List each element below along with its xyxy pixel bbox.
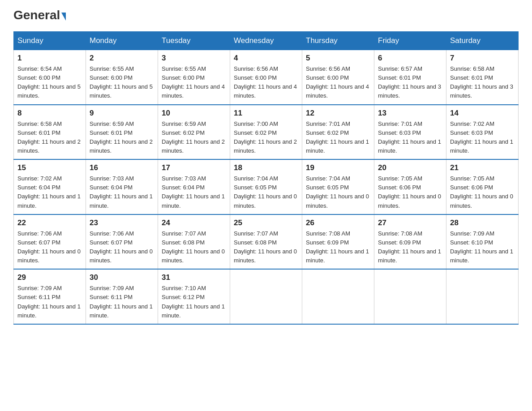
day-number: 3 <box>162 54 226 63</box>
day-number: 14 <box>450 109 515 118</box>
day-cell-20: 20Sunrise: 7:05 AMSunset: 6:06 PMDayligh… <box>374 159 446 214</box>
day-number: 25 <box>234 218 298 227</box>
header-thursday: Thursday <box>302 32 374 50</box>
day-info: Sunrise: 7:06 AMSunset: 6:07 PMDaylight:… <box>17 229 82 265</box>
day-cell-8: 8Sunrise: 6:58 AMSunset: 6:01 PMDaylight… <box>14 105 86 160</box>
day-cell-12: 12Sunrise: 7:01 AMSunset: 6:02 PMDayligh… <box>302 105 374 160</box>
day-info: Sunrise: 6:59 AMSunset: 6:01 PMDaylight:… <box>90 120 154 156</box>
day-info: Sunrise: 6:58 AMSunset: 6:01 PMDaylight:… <box>17 120 82 156</box>
day-number: 17 <box>162 163 226 172</box>
header-sunday: Sunday <box>14 32 86 50</box>
header-saturday: Saturday <box>446 32 519 50</box>
header-monday: Monday <box>86 32 158 50</box>
day-info: Sunrise: 6:56 AMSunset: 6:00 PMDaylight:… <box>306 64 370 101</box>
logo-triangle-icon <box>61 13 66 21</box>
day-info: Sunrise: 7:09 AMSunset: 6:11 PMDaylight:… <box>90 284 154 320</box>
day-cell-15: 15Sunrise: 7:02 AMSunset: 6:04 PMDayligh… <box>14 159 86 214</box>
day-number: 31 <box>162 273 226 282</box>
day-cell-4: 4Sunrise: 6:56 AMSunset: 6:00 PMDaylight… <box>230 50 302 105</box>
day-info: Sunrise: 7:08 AMSunset: 6:09 PMDaylight:… <box>378 229 442 265</box>
day-cell-14: 14Sunrise: 7:02 AMSunset: 6:03 PMDayligh… <box>446 105 519 160</box>
day-number: 18 <box>234 163 298 172</box>
empty-cell <box>374 269 446 324</box>
day-number: 28 <box>450 218 515 227</box>
day-number: 21 <box>450 163 515 172</box>
day-cell-16: 16Sunrise: 7:03 AMSunset: 6:04 PMDayligh… <box>86 159 158 214</box>
day-info: Sunrise: 7:01 AMSunset: 6:03 PMDaylight:… <box>378 120 442 156</box>
day-cell-26: 26Sunrise: 7:08 AMSunset: 6:09 PMDayligh… <box>302 214 374 270</box>
day-info: Sunrise: 7:03 AMSunset: 6:04 PMDaylight:… <box>90 174 154 210</box>
day-cell-1: 1Sunrise: 6:54 AMSunset: 6:00 PMDaylight… <box>14 50 86 105</box>
day-number: 22 <box>17 218 82 227</box>
day-number: 30 <box>90 273 154 282</box>
week-row-4: 22Sunrise: 7:06 AMSunset: 6:07 PMDayligh… <box>14 214 519 270</box>
day-number: 13 <box>378 109 442 118</box>
day-info: Sunrise: 7:09 AMSunset: 6:11 PMDaylight:… <box>17 284 82 320</box>
day-info: Sunrise: 6:57 AMSunset: 6:01 PMDaylight:… <box>378 64 442 101</box>
day-info: Sunrise: 7:05 AMSunset: 6:06 PMDaylight:… <box>450 174 515 210</box>
calendar-table: SundayMondayTuesdayWednesdayThursdayFrid… <box>13 31 519 325</box>
day-cell-24: 24Sunrise: 7:07 AMSunset: 6:08 PMDayligh… <box>158 214 230 270</box>
day-cell-31: 31Sunrise: 7:10 AMSunset: 6:12 PMDayligh… <box>158 269 230 324</box>
logo: General <box>13 9 66 22</box>
header-friday: Friday <box>374 32 446 50</box>
day-cell-13: 13Sunrise: 7:01 AMSunset: 6:03 PMDayligh… <box>374 105 446 160</box>
empty-cell <box>302 269 374 324</box>
day-cell-2: 2Sunrise: 6:55 AMSunset: 6:00 PMDaylight… <box>86 50 158 105</box>
day-cell-19: 19Sunrise: 7:04 AMSunset: 6:05 PMDayligh… <box>302 159 374 214</box>
day-info: Sunrise: 7:00 AMSunset: 6:02 PMDaylight:… <box>234 120 298 156</box>
day-number: 9 <box>90 109 154 118</box>
week-row-3: 15Sunrise: 7:02 AMSunset: 6:04 PMDayligh… <box>14 159 519 214</box>
day-cell-23: 23Sunrise: 7:06 AMSunset: 6:07 PMDayligh… <box>86 214 158 270</box>
day-info: Sunrise: 7:10 AMSunset: 6:12 PMDaylight:… <box>162 284 226 320</box>
day-info: Sunrise: 7:09 AMSunset: 6:10 PMDaylight:… <box>450 229 515 265</box>
week-row-1: 1Sunrise: 6:54 AMSunset: 6:00 PMDaylight… <box>14 50 519 105</box>
day-cell-7: 7Sunrise: 6:58 AMSunset: 6:01 PMDaylight… <box>446 50 519 105</box>
day-info: Sunrise: 6:58 AMSunset: 6:01 PMDaylight:… <box>450 64 515 101</box>
day-number: 20 <box>378 163 442 172</box>
day-info: Sunrise: 7:07 AMSunset: 6:08 PMDaylight:… <box>162 229 226 265</box>
day-cell-29: 29Sunrise: 7:09 AMSunset: 6:11 PMDayligh… <box>14 269 86 324</box>
day-cell-17: 17Sunrise: 7:03 AMSunset: 6:04 PMDayligh… <box>158 159 230 214</box>
day-number: 23 <box>90 218 154 227</box>
day-info: Sunrise: 7:06 AMSunset: 6:07 PMDaylight:… <box>90 229 154 265</box>
day-number: 2 <box>90 54 154 63</box>
day-info: Sunrise: 7:08 AMSunset: 6:09 PMDaylight:… <box>306 229 370 265</box>
header-tuesday: Tuesday <box>158 32 230 50</box>
day-number: 12 <box>306 109 370 118</box>
calendar-header-row: SundayMondayTuesdayWednesdayThursdayFrid… <box>14 32 519 50</box>
day-number: 6 <box>378 54 442 63</box>
day-cell-11: 11Sunrise: 7:00 AMSunset: 6:02 PMDayligh… <box>230 105 302 160</box>
day-cell-30: 30Sunrise: 7:09 AMSunset: 6:11 PMDayligh… <box>86 269 158 324</box>
day-cell-25: 25Sunrise: 7:07 AMSunset: 6:08 PMDayligh… <box>230 214 302 270</box>
day-info: Sunrise: 6:55 AMSunset: 6:00 PMDaylight:… <box>90 64 154 101</box>
day-number: 29 <box>17 273 82 282</box>
day-number: 15 <box>17 163 82 172</box>
day-cell-6: 6Sunrise: 6:57 AMSunset: 6:01 PMDaylight… <box>374 50 446 105</box>
day-cell-22: 22Sunrise: 7:06 AMSunset: 6:07 PMDayligh… <box>14 214 86 270</box>
day-info: Sunrise: 7:04 AMSunset: 6:05 PMDaylight:… <box>234 174 298 210</box>
day-number: 19 <box>306 163 370 172</box>
day-number: 27 <box>378 218 442 227</box>
day-number: 4 <box>234 54 298 63</box>
day-number: 24 <box>162 218 226 227</box>
week-row-5: 29Sunrise: 7:09 AMSunset: 6:11 PMDayligh… <box>14 269 519 324</box>
day-info: Sunrise: 6:59 AMSunset: 6:02 PMDaylight:… <box>162 120 226 156</box>
day-info: Sunrise: 7:04 AMSunset: 6:05 PMDaylight:… <box>306 174 370 210</box>
day-number: 16 <box>90 163 154 172</box>
day-cell-10: 10Sunrise: 6:59 AMSunset: 6:02 PMDayligh… <box>158 105 230 160</box>
day-number: 5 <box>306 54 370 63</box>
empty-cell <box>230 269 302 324</box>
day-cell-9: 9Sunrise: 6:59 AMSunset: 6:01 PMDaylight… <box>86 105 158 160</box>
day-cell-21: 21Sunrise: 7:05 AMSunset: 6:06 PMDayligh… <box>446 159 519 214</box>
week-row-2: 8Sunrise: 6:58 AMSunset: 6:01 PMDaylight… <box>14 105 519 160</box>
day-cell-3: 3Sunrise: 6:55 AMSunset: 6:00 PMDaylight… <box>158 50 230 105</box>
day-info: Sunrise: 7:02 AMSunset: 6:03 PMDaylight:… <box>450 120 515 156</box>
day-info: Sunrise: 7:05 AMSunset: 6:06 PMDaylight:… <box>378 174 442 210</box>
day-cell-27: 27Sunrise: 7:08 AMSunset: 6:09 PMDayligh… <box>374 214 446 270</box>
day-info: Sunrise: 6:56 AMSunset: 6:00 PMDaylight:… <box>234 64 298 101</box>
day-cell-28: 28Sunrise: 7:09 AMSunset: 6:10 PMDayligh… <box>446 214 519 270</box>
day-cell-18: 18Sunrise: 7:04 AMSunset: 6:05 PMDayligh… <box>230 159 302 214</box>
empty-cell <box>446 269 519 324</box>
logo-general: General <box>13 8 60 22</box>
